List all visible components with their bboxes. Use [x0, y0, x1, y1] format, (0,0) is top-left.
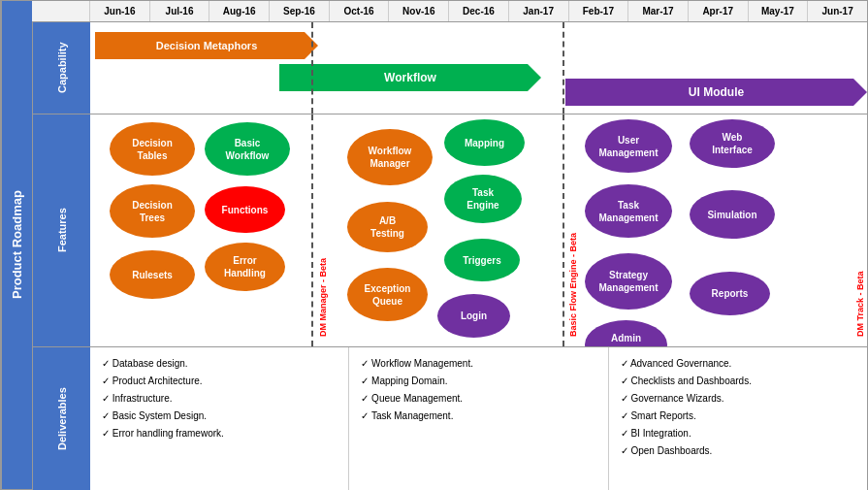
features-dashed-jan17 — [563, 114, 564, 346]
oval-triggers: Triggers — [444, 239, 520, 281]
month-jan17: Jan-17 — [509, 1, 569, 21]
capability-label: Capability — [56, 43, 68, 94]
oval-web-interface: WebInterface — [690, 119, 775, 168]
month-sep16: Sep-16 — [270, 1, 330, 21]
deliverable-item: ✓ Product Architecture. — [102, 373, 337, 390]
workflow-bar: Workflow — [279, 64, 541, 91]
deliverable-item: ✓ Error handling framework. — [102, 425, 337, 442]
oval-task-management: TaskManagement — [585, 184, 672, 238]
deliverable-item: ✓ Infrastructure. — [102, 390, 337, 408]
month-oct16: Oct-16 — [330, 1, 390, 21]
month-aug16: Aug-16 — [209, 1, 270, 21]
oval-functions: Functions — [205, 186, 285, 233]
deliverable-item: ✓ Queue Management. — [361, 390, 595, 408]
deliverable-item: ✓ Mapping Domain. — [361, 373, 595, 390]
month-nov16: Nov-16 — [389, 1, 449, 21]
dashed-line-sep16 — [311, 22, 313, 114]
deliverable-item: ✓ Advanced Governance. — [621, 355, 855, 373]
oval-error-handling: ErrorHandling — [205, 243, 285, 291]
month-may17: May-17 — [749, 1, 809, 21]
deliverable-item: ✓ Open Dashboards. — [621, 442, 855, 460]
oval-ab-testing: A/BTesting — [347, 202, 428, 252]
month-feb17: Feb-17 — [569, 1, 629, 21]
oval-decision-tables: DecisionTables — [110, 122, 195, 176]
oval-admin-module: AdminModule — [585, 320, 667, 346]
oval-user-management: UserManagement — [585, 119, 672, 173]
ui-module-bar: UI Module — [565, 79, 867, 106]
deliverable-item: ✓ Task Management. — [361, 408, 595, 425]
deliverable-item: ✓ Basic System Design. — [102, 408, 337, 425]
oval-strategy-management: StrategyManagement — [585, 253, 672, 310]
features-dashed-sep16 — [311, 114, 313, 346]
deliverables-col3: ✓ Advanced Governance. ✓ Checklists and … — [609, 347, 867, 490]
deliverables-label: Deliverables — [56, 388, 68, 451]
deliverables-col1: ✓ Database design. ✓ Product Architectur… — [90, 347, 349, 490]
oval-basic-workflow: BasicWorkflow — [205, 122, 290, 176]
dm-track-beta: DM Track - Beta — [855, 124, 865, 337]
deliverable-item: ✓ Workflow Management. — [361, 355, 595, 373]
dm-manager-beta: DM Manager - Beta — [318, 124, 328, 337]
decision-metaphors-bar: Decision Metaphors — [95, 32, 318, 59]
capability-section: Capability Decision Metaphors Workflow U… — [32, 22, 867, 114]
deliverables-col2: ✓ Workflow Management. ✓ Mapping Domain.… — [349, 347, 608, 490]
oval-reports: Reports — [690, 272, 770, 315]
deliverable-item: ✓ BI Integration. — [621, 425, 855, 442]
oval-workflow-manager: WorkflowManager — [347, 129, 433, 185]
month-jun16: Jun-16 — [90, 1, 150, 21]
oval-decision-trees: DecisionTrees — [110, 184, 195, 238]
features-label: Features — [56, 209, 68, 253]
basic-flow-beta: Basic Flow Engine - Beta — [568, 124, 578, 337]
oval-rulesets: Rulesets — [110, 250, 195, 299]
timeline-header: Jun-16 Jul-16 Aug-16 Sep-16 Oct-16 Nov-1… — [32, 1, 867, 22]
month-mar17: Mar-17 — [628, 1, 689, 21]
deliverable-item: ✓ Checklists and Dashboards. — [621, 373, 855, 390]
oval-exception-queue: ExceptionQueue — [347, 268, 428, 321]
features-section: Features DM Manager - Beta Basic Flow En… — [32, 114, 867, 347]
dashed-line-jan17 — [563, 22, 564, 114]
deliverables-section: Deliverables ✓ Database design. ✓ Produc… — [32, 347, 867, 490]
month-dec16: Dec-16 — [449, 1, 509, 21]
month-jul16: Jul-16 — [150, 1, 210, 21]
oval-mapping: Mapping — [444, 119, 525, 166]
deliverable-item: ✓ Governance Wizards. — [621, 390, 855, 408]
product-roadmap-label: Product Roadmap — [10, 191, 24, 300]
deliverable-item: ✓ Database design. — [102, 355, 337, 373]
oval-task-engine: TaskEngine — [444, 175, 522, 223]
deliverable-item: ✓ Smart Reports. — [621, 408, 855, 425]
month-jun17: Jun-17 — [808, 1, 867, 21]
oval-simulation: Simulation — [690, 190, 775, 239]
oval-login: Login — [437, 294, 510, 338]
month-apr17: Apr-17 — [689, 1, 749, 21]
